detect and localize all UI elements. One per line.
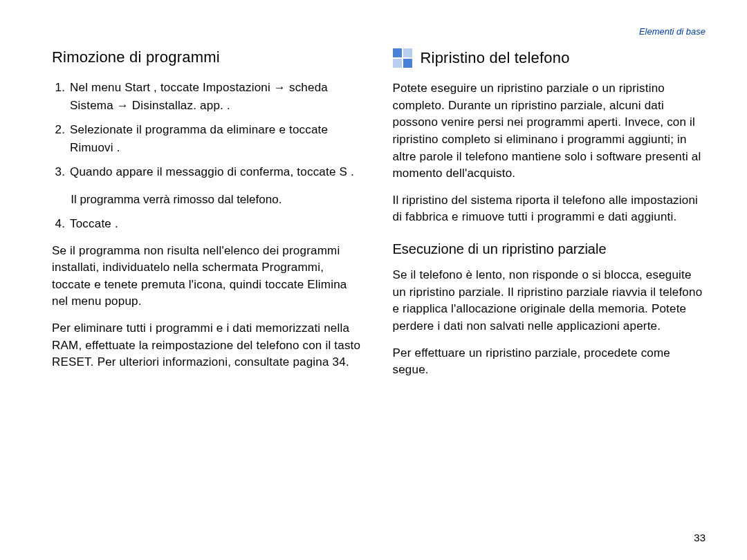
step-2: Selezionate il programma da eliminare e … xyxy=(68,121,365,156)
step-4: Toccate . xyxy=(68,215,365,233)
right-para-2: Il ripristino del sistema riporta il tel… xyxy=(393,192,706,226)
step-3: Quando appare il messaggio di conferma, … xyxy=(68,163,365,181)
removal-steps: Nel menu Start , toccate Impostazioni → … xyxy=(52,79,365,181)
right-subheading: Esecuzione di un ripristino parziale xyxy=(393,241,706,257)
manual-page: Elementi di base Rimozione di programmi … xyxy=(0,0,747,560)
right-para-3: Se il telefono è lento, non risponde o s… xyxy=(393,267,706,335)
right-heading-row: Ripristino del telefono xyxy=(393,48,706,68)
removal-steps-cont: Toccate . xyxy=(52,215,365,233)
header-section-label: Elementi di base xyxy=(639,26,706,37)
after-step-3-note: Il programma verrà rimosso dal telefono. xyxy=(71,191,365,209)
content-columns: Rimozione di programmi Nel menu Start , … xyxy=(52,48,706,389)
right-column: Ripristino del telefono Potete eseguire … xyxy=(393,48,706,389)
page-number: 33 xyxy=(694,532,706,543)
right-heading: Ripristino del telefono xyxy=(421,49,570,67)
left-para-1: Se il programma non risulta nell'elenco … xyxy=(52,243,365,311)
left-para-2: Per eliminare tutti i programmi e i dati… xyxy=(52,320,365,371)
right-para-1: Potete eseguire un ripristino parziale o… xyxy=(393,80,706,183)
left-column: Rimozione di programmi Nel menu Start , … xyxy=(52,48,365,389)
step-1: Nel menu Start , toccate Impostazioni → … xyxy=(68,79,365,114)
section-squares-icon xyxy=(393,48,412,68)
right-para-4: Per effettuare un ripristino parziale, p… xyxy=(393,345,706,379)
left-heading: Rimozione di programmi xyxy=(52,48,365,66)
